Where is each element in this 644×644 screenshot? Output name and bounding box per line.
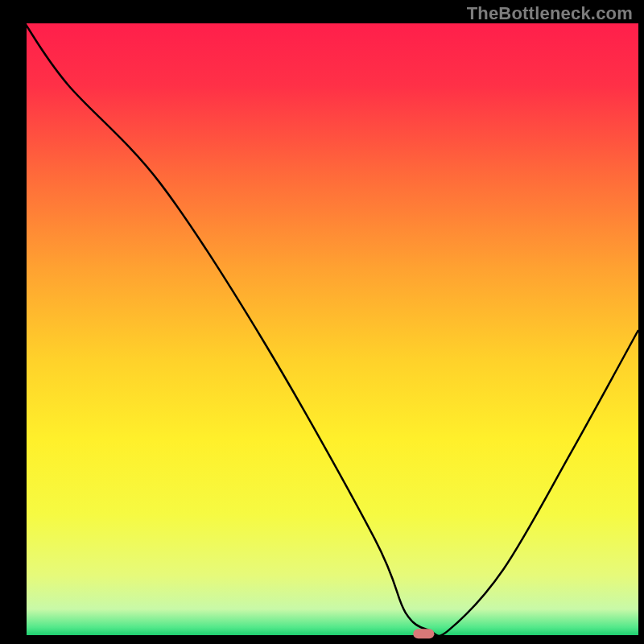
optimum-marker bbox=[413, 629, 434, 638]
watermark-text: TheBottleneck.com bbox=[467, 3, 633, 24]
chart-container: TheBottleneck.com bbox=[0, 0, 644, 644]
chart-svg bbox=[0, 0, 644, 644]
gradient-background bbox=[25, 23, 638, 637]
